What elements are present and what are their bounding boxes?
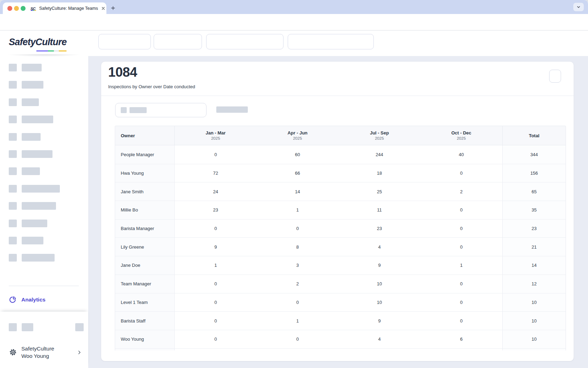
gear-icon — [9, 348, 17, 356]
value-cell: 40 — [420, 145, 502, 164]
chevron-right-icon — [77, 350, 82, 355]
total-cell: 35 — [502, 201, 566, 219]
column-header-q4[interactable]: Oct - Dec 2025 — [420, 126, 502, 145]
total-cell: 12 — [502, 275, 566, 293]
sidebar-logo-shadow — [0, 54, 88, 58]
owner-cell: Jane Smith — [115, 182, 175, 201]
value-cell: 0 — [175, 330, 257, 348]
value-cell: 1 — [257, 201, 338, 219]
browser-toolbar: https://app.safetyculture.com/analytics/… — [0, 14, 588, 30]
table-row: Jane Smith241425265 — [115, 182, 566, 201]
value-cell: 0 — [175, 275, 257, 293]
tab-title: SafetyCulture: Manage Teams and... — [39, 6, 99, 11]
nav-skeleton-item — [9, 167, 60, 175]
table-header-row: Owner Jan - Mar 2025 Apr - Jun 2025 Jul … — [115, 126, 566, 145]
active-tab[interactable]: SC SafetyCulture: Manage Teams and... — [3, 2, 106, 14]
pie-chart-icon — [9, 296, 16, 304]
owner-cell: Lily Greene — [115, 238, 175, 256]
safetyculture-favicon-icon: SC — [30, 5, 37, 11]
value-cell: 0 — [420, 312, 502, 330]
minimize-window-button[interactable] — [14, 6, 19, 11]
control-skeleton — [216, 106, 248, 113]
user-name: Woo Young — [21, 352, 77, 360]
total-cell: 14 — [502, 256, 566, 275]
value-cell: 1 — [175, 256, 257, 275]
value-cell: 6 — [420, 330, 502, 348]
new-tab-button[interactable] — [109, 4, 117, 12]
owner-cell: Level 1 Team — [115, 293, 175, 312]
value-cell: 0 — [420, 164, 502, 182]
table-row: Millie Bo23111035 — [115, 201, 566, 219]
search-icon-skeleton — [121, 107, 127, 113]
owner-cell: Woo Young — [115, 330, 175, 348]
nav-skeleton-item — [9, 81, 60, 89]
filter-placeholder-2[interactable] — [154, 34, 202, 49]
safetyculture-logo: SafetyCulture — [9, 37, 66, 54]
traffic-lights — [7, 6, 26, 11]
zoom-window-button[interactable] — [21, 6, 26, 11]
report-subtitle: Inspections by Owner over Date conducted — [108, 84, 195, 89]
total-cell: 65 — [502, 182, 566, 201]
value-cell: 0 — [420, 201, 502, 219]
nav-skeleton-item — [9, 98, 60, 106]
filter-placeholder-4[interactable] — [288, 34, 374, 49]
table-row-partial — [115, 348, 566, 350]
nav-skeleton-item — [9, 185, 60, 193]
report-card-header: 1084 Inspections by Owner over Date cond… — [101, 62, 574, 96]
value-cell: 23 — [175, 201, 257, 219]
value-cell: 0 — [420, 238, 502, 256]
table-row: Barista Staff019010 — [115, 311, 566, 330]
total-cell: 10 — [502, 293, 566, 312]
value-cell: 23 — [338, 220, 420, 238]
value-cell: 18 — [338, 164, 420, 182]
value-cell: 1 — [420, 256, 502, 275]
value-cell: 0 — [257, 330, 338, 348]
owner-cell: Barista Staff — [115, 312, 175, 330]
tab-close-icon[interactable] — [101, 6, 106, 11]
table-body: People Manager06024440344Hwa Young726618… — [115, 145, 566, 348]
owner-cell: Barista Manager — [115, 220, 175, 238]
value-cell: 0 — [257, 293, 338, 312]
column-header-q2[interactable]: Apr - Jun 2025 — [257, 126, 338, 145]
org-switcher[interactable]: SafetyCulture Woo Young — [0, 342, 88, 363]
value-cell: 8 — [257, 238, 338, 256]
owner-cell: People Manager — [115, 145, 175, 164]
value-cell: 1 — [257, 312, 338, 330]
nav-skeleton-item — [9, 220, 60, 227]
nav-skeleton-item — [9, 202, 60, 210]
filter-placeholder-3[interactable] — [206, 34, 284, 49]
table-row: People Manager06024440344 — [115, 145, 566, 164]
table-row: Jane Doe139114 — [115, 256, 566, 275]
org-name: SafetyCulture — [21, 345, 77, 352]
table-row: Woo Young004610 — [115, 330, 566, 348]
inspections-table: Owner Jan - Mar 2025 Apr - Jun 2025 Jul … — [115, 126, 566, 350]
search-label-skeleton — [130, 107, 147, 113]
sidebar-item-analytics[interactable]: Analytics — [9, 296, 46, 304]
value-cell: 14 — [257, 182, 338, 201]
value-cell: 10 — [338, 293, 420, 312]
analytics-label: Analytics — [21, 297, 46, 303]
column-header-owner[interactable]: Owner — [115, 126, 175, 145]
value-cell: 0 — [420, 220, 502, 238]
value-cell: 4 — [338, 238, 420, 256]
table-row: Lily Greene984021 — [115, 237, 566, 256]
column-header-q1[interactable]: Jan - Mar 2025 — [175, 126, 257, 145]
logo-underline — [36, 50, 66, 51]
column-header-q3[interactable]: Jul - Sep 2025 — [338, 126, 420, 145]
tab-strip: SC SafetyCulture: Manage Teams and... — [0, 0, 588, 14]
main-content: 1084 Inspections by Owner over Date cond… — [88, 30, 588, 368]
value-cell: 66 — [257, 164, 338, 182]
table-controls-row — [101, 96, 574, 126]
total-cell: 23 — [502, 220, 566, 238]
value-cell: 2 — [420, 182, 502, 201]
search-input[interactable] — [115, 103, 206, 117]
value-cell: 0 — [175, 145, 257, 164]
card-menu-placeholder[interactable] — [549, 70, 561, 83]
browser-window: SC SafetyCulture: Manage Teams and... — [0, 0, 588, 368]
column-header-total[interactable]: Total — [502, 126, 566, 145]
tab-search-chevron-button[interactable] — [573, 3, 584, 11]
filter-placeholder-1[interactable] — [98, 34, 151, 49]
table-row: Barista Manager0023023 — [115, 219, 566, 238]
close-window-button[interactable] — [7, 6, 12, 11]
sidebar-bottom-section: SafetyCulture Woo Young — [0, 312, 88, 368]
